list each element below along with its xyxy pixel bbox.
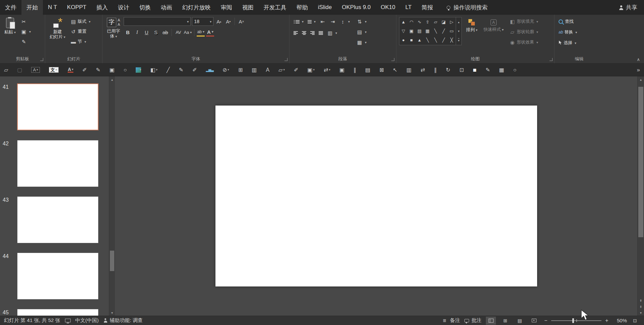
shape-item[interactable]: ▱ — [432, 17, 440, 26]
align-right-button[interactable] — [309, 28, 316, 37]
italic-button[interactable]: I — [133, 28, 141, 37]
white-swatch-icon[interactable]: ■ — [473, 67, 476, 73]
slide-thumbnail-42[interactable] — [17, 140, 99, 187]
edit-shape-icon[interactable]: ▱ — [278, 67, 285, 73]
character-spacing-button[interactable]: AV — [174, 28, 182, 37]
reset-button[interactable]: ↺重置 — [69, 27, 92, 36]
align-objects-icon[interactable]: ∥ — [353, 67, 356, 73]
bring-forward-icon[interactable]: ▣ — [339, 67, 344, 73]
slide-thumbnail-43[interactable] — [17, 196, 99, 243]
shape-outline-button[interactable]: ▱形状轮廓 — [508, 27, 539, 36]
tab-nt[interactable]: N T — [43, 0, 62, 15]
drawing-dialog-launcher[interactable] — [550, 58, 553, 61]
shape-item[interactable]: ■ — [407, 36, 415, 45]
layout-button[interactable]: ▤版式 — [69, 17, 92, 26]
shape-fill-button[interactable]: ◧形状填充 — [508, 17, 539, 26]
tellme-search[interactable]: 操作说明搜索 — [447, 0, 488, 15]
align-center-button[interactable] — [301, 28, 308, 37]
text-direction-button[interactable]: ⇅ — [355, 17, 368, 26]
underline-button[interactable]: U — [142, 28, 150, 37]
image-tool-icon[interactable]: ▦ — [499, 67, 504, 73]
tab-slideshow[interactable]: 幻灯片放映 — [177, 0, 216, 15]
bullets-button[interactable] — [292, 17, 305, 26]
tab-lt[interactable]: LT — [400, 0, 417, 15]
grow-font-button[interactable]: A — [215, 17, 223, 26]
wordart-tool-icon[interactable]: A — [266, 67, 269, 73]
shape-item[interactable]: ● — [399, 36, 407, 45]
panel-scrollbar[interactable]: ▴ ▾ — [109, 76, 115, 316]
shape-item[interactable]: ▤ — [415, 26, 424, 36]
comments-button[interactable]: 批注 — [464, 317, 481, 324]
tab-help[interactable]: 帮助 — [292, 0, 313, 15]
increase-indent-button[interactable]: ⇥ — [328, 17, 337, 26]
justify-button[interactable] — [317, 28, 324, 37]
line-tool-icon[interactable]: ╱ — [167, 67, 170, 73]
line-spacing-button[interactable]: ↕ — [338, 17, 351, 26]
strikethrough-button[interactable]: ab — [161, 28, 169, 37]
gallery-down-button[interactable]: ▾ — [456, 26, 461, 36]
tab-design[interactable]: 设计 — [113, 0, 134, 15]
tab-home[interactable]: 开始 — [21, 0, 43, 15]
copy-button[interactable]: ▣ — [19, 27, 32, 36]
split-cells-icon[interactable]: ▥ — [252, 67, 257, 73]
tab-transitions[interactable]: 切换 — [134, 0, 156, 15]
dip-pen-icon[interactable]: ✎ — [486, 67, 490, 73]
zoom-slider[interactable] — [551, 320, 601, 321]
shape-item[interactable]: ▽ — [399, 26, 407, 36]
new-slide-button[interactable]: 新建 幻灯片 — [48, 17, 67, 55]
quick-styles-button[interactable]: A 快速样式 — [482, 17, 505, 55]
oval-tool-icon[interactable]: ○ — [513, 67, 517, 73]
tab-jianbao[interactable]: 简报 — [416, 0, 438, 15]
gradient-tool-icon[interactable]: ◧ — [150, 67, 157, 73]
toolbar-more-button[interactable]: » — [637, 67, 640, 73]
zoom-in-button[interactable]: + — [604, 318, 609, 324]
distribute-tool-icon[interactable]: ∥ — [434, 67, 437, 73]
clipboard-dialog-launcher[interactable] — [40, 58, 43, 61]
pen-tool-icon[interactable]: ✎ — [96, 67, 100, 73]
tab-developer[interactable]: 开发工具 — [259, 0, 292, 15]
shape-item[interactable]: ▦ — [424, 26, 432, 36]
brush-tool-icon[interactable]: ✐ — [192, 67, 197, 73]
textbox-tool-icon[interactable]: A — [31, 67, 40, 73]
highlighter-tool-icon[interactable]: ✐ — [294, 67, 298, 73]
scroll-track[interactable] — [638, 82, 644, 298]
layers-tool-icon[interactable]: ▣ — [307, 67, 315, 73]
font-name-combo[interactable] — [124, 17, 191, 26]
view-normal-button[interactable] — [486, 317, 496, 325]
panel-scroll-track[interactable] — [109, 82, 115, 310]
shape-effects-button[interactable]: ◉形状效果 — [508, 38, 539, 47]
find-button[interactable]: 查找 — [557, 17, 578, 26]
collapse-ribbon-button[interactable]: ∧ — [637, 57, 640, 62]
tab-file[interactable]: 文件 — [0, 0, 21, 15]
shape-item[interactable]: ▲ — [415, 36, 424, 45]
no-fill-icon[interactable]: ⊘ — [222, 67, 229, 73]
tab-review[interactable]: 审阅 — [216, 0, 237, 15]
notes-button[interactable]: ≣备注 — [442, 317, 460, 324]
slide-thumbnail-44[interactable] — [17, 253, 99, 300]
highlight-color-button[interactable]: ab — [197, 28, 205, 37]
bold-button[interactable]: B — [124, 28, 132, 37]
zoom-level-label[interactable]: 50% — [612, 318, 627, 323]
slide-thumbnail-41[interactable] — [17, 83, 99, 130]
accessibility-button[interactable]: 辅助功能: 调查 — [104, 317, 143, 324]
draw-pen-icon[interactable]: ✎ — [179, 67, 183, 73]
shape-item[interactable]: ⇧ — [424, 17, 432, 26]
scroll-down-button[interactable]: ▾ — [638, 310, 644, 316]
shape-item[interactable]: ◠ — [407, 17, 415, 26]
replace-button[interactable]: ab替换 — [557, 28, 578, 37]
next-slide-button[interactable]: ⇟ — [638, 304, 644, 310]
split-window-icon[interactable]: ▥ — [406, 67, 411, 73]
text-format-tool-icon[interactable]: 文 — [49, 67, 59, 73]
zoom-out-button[interactable]: − — [543, 318, 548, 324]
fill-color-icon[interactable]: ■ — [136, 67, 141, 73]
shape-item[interactable]: ╲ — [432, 26, 440, 36]
tab-koppt[interactable]: KOPPT — [62, 0, 91, 15]
eyedropper-icon[interactable]: ✐ — [82, 67, 87, 73]
fit-to-window-button[interactable]: ⊡ — [630, 317, 640, 325]
scrollbar-thumb[interactable] — [638, 87, 643, 237]
select-button[interactable]: 选择 — [557, 39, 578, 47]
arrange-button[interactable]: 排列 — [464, 17, 479, 55]
zoom-slider-handle[interactable] — [572, 318, 574, 323]
circle-tool-icon[interactable]: ○ — [124, 67, 127, 73]
paste-button[interactable]: 粘贴 — [3, 17, 17, 55]
